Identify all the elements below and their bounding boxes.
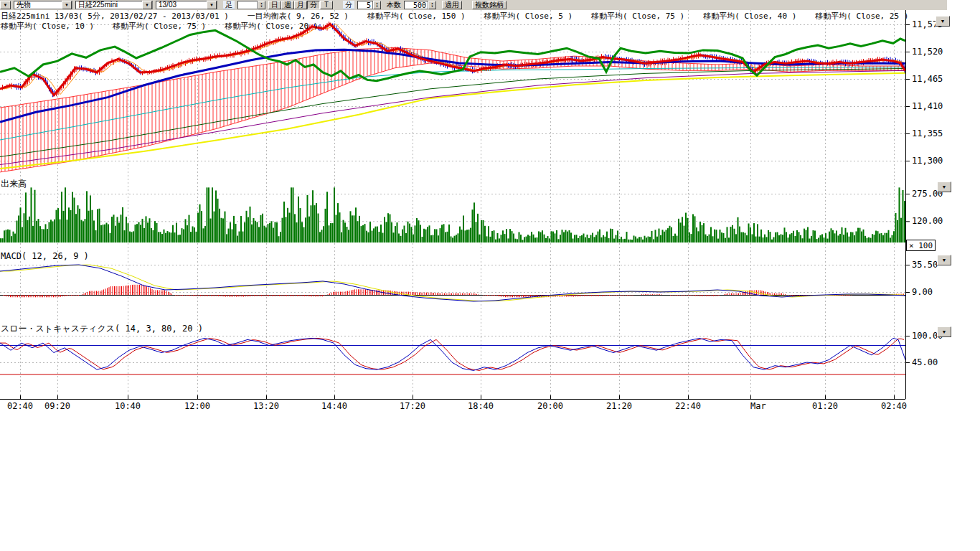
volume-panel-scale-dropdown[interactable]: ▼ [937,182,951,192]
leftmost-partial-dropdown-button[interactable]: ▼ [0,1,11,9]
macd-axis-tick: 35.50 [912,260,938,270]
price-axis-tick: 11,410 [912,101,943,111]
chevron-down-icon: ▼ [941,19,946,24]
time-axis-tick: 13:20 [253,401,279,411]
spinner-down-icon: ▼ [431,5,434,8]
symbol-value: 日経225mini [76,1,120,9]
category-dropdown[interactable]: 先物 ▼ [14,1,72,9]
spinner-down-icon: ▼ [376,5,379,8]
period-weekly-button[interactable]: 週 [281,1,294,9]
contract-value: 13/03 [156,1,179,9]
volume-multiplier-badge: × 100 [906,240,936,251]
legend-item[interactable]: 日経225mini 13/03( 5分, 2013/02/27 - 2013/0… [1,11,229,22]
time-axis-tick: 21:20 [606,401,632,411]
minutes-input[interactable] [357,1,373,9]
bar-count-spinner[interactable]: ▲▼ [428,1,436,9]
legend-item[interactable]: 移動平均( Close, 20 ) [225,21,318,32]
time-axis-tick: 12:00 [184,401,210,411]
macd-panel-scale-dropdown[interactable]: ▼ [937,255,951,265]
toolbar: ▼ 先物 ▼ 日経225mini ▼ 13/03 ▼ 足 ▲▼ 日 週 月 分 … [0,0,947,10]
price-panel-scale-dropdown[interactable]: ▼ [936,16,950,27]
period-tick-button[interactable]: T [320,1,333,9]
bar-count-label: 本数 [387,1,401,9]
price-axis-tick: 11,300 [912,156,943,166]
price-axis-tick: 11,520 [912,47,943,57]
time-axis-tick: 10:40 [115,401,141,411]
bar-type-label: 足 [223,1,235,9]
time-axis-tick: 17:20 [400,401,425,411]
legend-item[interactable]: 移動平均( Close, 25 ) [815,11,908,22]
spinner-down-icon: ▼ [260,5,263,8]
time-axis-tick: 18:40 [468,401,494,411]
price-axis-tick: 11,355 [912,128,943,138]
chevron-down-icon[interactable]: ▼ [62,1,72,9]
time-axis-tick: 14:40 [321,401,347,411]
time-axis-tick: 20:00 [537,401,563,411]
chevron-down-icon: ▼ [942,258,947,263]
time-axis-tick: 02:40 [7,401,33,411]
chevron-down-icon: ▼ [942,329,947,334]
time-axis-tick: 01:20 [812,401,838,411]
minutes-spinner[interactable]: ▲▼ [373,1,381,9]
chart-canvas[interactable] [0,0,961,416]
legend-row-1: 日経225mini 13/03( 5分, 2013/02/27 - 2013/0… [1,11,927,22]
bar-count-input[interactable] [404,1,428,9]
apply-button[interactable]: 適用 [442,1,462,9]
legend-item[interactable]: 移動平均( Close, 5 ) [484,11,573,22]
chevron-down-icon: ▼ [942,184,947,189]
symbol-dropdown[interactable]: 日経225mini ▼ [75,1,153,9]
time-axis-tick: Mar [750,401,766,411]
stochastics-panel-scale-dropdown[interactable]: ▼ [937,326,951,337]
chevron-down-icon[interactable]: ▼ [207,1,217,9]
multi-symbol-button[interactable]: 複数銘柄 [472,1,507,9]
time-axis-tick: 02:40 [881,401,907,411]
contract-month-dropdown[interactable]: 13/03 ▼ [156,1,217,9]
legend-item[interactable]: 一目均衡表( 9, 26, 52 ) [248,11,349,22]
legend-item[interactable]: 移動平均( Close, 150 ) [367,11,466,22]
period-minute-button[interactable]: 分 [307,1,320,9]
legend-row-2: 移動平均( Close, 10 )移動平均( Close, 75 )移動平均( … [1,21,336,32]
application-window: ▼ 先物 ▼ 日経225mini ▼ 13/03 ▼ 足 ▲▼ 日 週 月 分 … [0,0,980,551]
bar-type-spinner[interactable]: ▲▼ [258,1,265,9]
bar-type-input[interactable] [237,1,258,9]
price-axis-tick: 11,465 [912,74,943,84]
legend-item[interactable]: 移動平均( Close, 40 ) [703,11,796,22]
time-axis-tick: 22:40 [675,401,701,411]
macd-panel-label[interactable]: MACD( 12, 26, 9 ) [1,251,89,261]
period-daily-button[interactable]: 日 [268,1,281,9]
category-value: 先物 [14,1,33,9]
volume-panel-label[interactable]: 出来高 [1,178,27,190]
volume-axis-tick: 120.00 [912,216,943,226]
period-monthly-button[interactable]: 月 [294,1,307,9]
stochastics-panel-label[interactable]: スロー・ストキャスティクス( 14, 3, 80, 20 ) [1,323,203,335]
legend-item[interactable]: 移動平均( Close, 75 ) [591,11,684,22]
legend-item[interactable]: 移動平均( Close, 75 ) [113,21,206,32]
chevron-down-icon: ▼ [4,1,8,9]
chevron-down-icon[interactable]: ▼ [142,1,152,9]
macd-axis-tick: 9.00 [912,287,933,297]
time-axis-tick: 09:20 [44,401,70,411]
minutes-label: 分 [343,1,354,9]
stochastics-axis-tick: 45.00 [912,357,938,367]
legend-item[interactable]: 移動平均( Close, 10 ) [1,21,94,32]
